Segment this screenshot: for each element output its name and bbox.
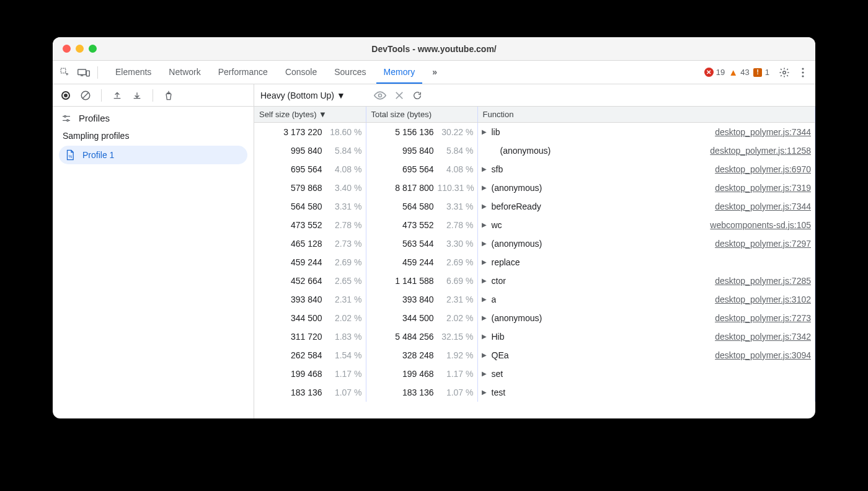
function-name: a [492,294,497,304]
expand-icon[interactable]: ▶ [482,240,488,247]
source-link[interactable]: desktop_polymer.js:11258 [710,146,811,156]
tab-console[interactable]: Console [278,61,324,84]
inspect-element-icon[interactable] [58,65,73,80]
tune-icon [61,113,71,123]
expand-icon[interactable]: ▶ [482,370,488,377]
table-row[interactable]: 452 6642.65 %1 141 5886.69 %▶ctordesktop… [254,272,815,290]
expand-icon[interactable]: ▶ [482,184,488,191]
close-window-button[interactable] [63,45,71,53]
chevron-down-icon: ▼ [337,91,345,100]
traffic-lights [53,45,97,53]
source-link[interactable]: desktop_polymer.js:7297 [715,239,811,249]
expand-icon[interactable]: ▶ [482,259,488,265]
devtools-window: DevTools - www.youtube.com/ Elements Net… [53,37,815,418]
table-row[interactable]: 564 5803.31 %564 5803.31 %▶beforeReadyde… [254,197,815,216]
column-function[interactable]: Function [477,107,815,123]
tab-elements[interactable]: Elements [108,61,159,84]
expand-icon[interactable]: ▶ [482,166,488,172]
errors-indicator[interactable]: ✕ 19 [704,68,725,77]
svg-text:%: % [68,154,72,159]
source-link[interactable]: webcomponents-sd.js:105 [710,220,811,230]
tab-performance[interactable]: Performance [211,61,275,84]
svg-point-15 [378,94,381,97]
settings-icon[interactable] [777,65,792,80]
expand-icon[interactable]: ▶ [482,277,488,284]
warnings-indicator[interactable]: ▲ 43 [728,68,749,77]
expand-icon[interactable]: ▶ [482,296,488,303]
sidebar-toolbar [53,84,254,107]
source-link[interactable]: desktop_polymer.js:7285 [715,276,811,286]
function-name: (anonymous) [492,313,542,323]
tab-memory[interactable]: Memory [376,61,423,84]
table-row[interactable]: 3 173 22018.60 %5 156 13630.22 %▶libdesk… [254,123,815,141]
tab-sources[interactable]: Sources [327,61,373,84]
close-icon[interactable] [395,91,404,100]
table-row[interactable]: 473 5522.78 %473 5522.78 %▶wcwebcomponen… [254,216,815,234]
table-row[interactable]: 262 5841.54 %328 2481.92 %▶QEadesktop_po… [254,346,815,365]
function-name: (anonymous) [492,146,551,156]
table-row[interactable]: 183 1361.07 %183 1361.07 %▶test [254,383,815,402]
source-link[interactable]: desktop_polymer.js:3102 [715,294,811,304]
source-link[interactable]: desktop_polymer.js:7342 [715,332,811,342]
table-row[interactable]: 695 5644.08 %695 5644.08 %▶sfbdesktop_po… [254,160,815,179]
profile-grid[interactable]: Self size (bytes) ▼ Total size (bytes) F… [254,107,815,418]
info-indicator[interactable]: ! 1 [753,68,769,77]
load-profile-icon[interactable] [110,89,124,102]
expand-icon[interactable]: ▶ [482,333,488,340]
function-name: beforeReady [492,201,541,211]
table-row[interactable]: 311 7201.83 %5 484 25632.15 %▶Hibdesktop… [254,327,815,346]
expand-icon[interactable]: ▶ [482,203,488,210]
table-row[interactable]: 579 8683.40 %8 817 800110.31 %▶(anonymou… [254,179,815,197]
svg-point-7 [802,75,804,77]
refresh-icon[interactable] [412,91,422,100]
table-row[interactable]: 465 1282.73 %563 5443.30 %▶(anonymous)de… [254,234,815,253]
save-profile-icon[interactable] [130,89,144,102]
source-link[interactable]: desktop_polymer.js:7319 [715,183,811,193]
device-toolbar-icon[interactable] [76,65,91,80]
function-name: ctor [492,276,506,286]
file-icon: % [65,149,75,161]
sidebar: Profiles Sampling profiles % Profile 1 [53,84,254,418]
source-link[interactable]: desktop_polymer.js:7273 [715,313,811,323]
view-mode-dropdown[interactable]: Heavy (Bottom Up) ▼ [260,91,345,100]
info-count: 1 [765,68,769,77]
gc-button-icon[interactable] [162,89,175,102]
main-toolbar: Elements Network Performance Console Sou… [53,61,815,84]
expand-icon[interactable]: ▶ [482,314,488,321]
table-row[interactable]: 995 8405.84 %995 8405.84 %(anonymous)des… [254,141,815,160]
svg-line-9 [83,92,89,98]
tab-network[interactable]: Network [161,61,208,84]
minimize-window-button[interactable] [76,45,84,53]
column-total-size[interactable]: Total size (bytes) [366,107,477,123]
profile-item[interactable]: % Profile 1 [59,146,247,164]
source-link[interactable]: desktop_polymer.js:3094 [715,350,811,360]
table-row[interactable]: 344 5002.02 %344 5002.02 %▶(anonymous)de… [254,309,815,327]
tabs-overflow-icon[interactable]: » [425,61,445,84]
profile-item-label: Profile 1 [82,150,114,160]
table-row[interactable]: 199 4681.17 %199 4681.17 %▶set [254,365,815,383]
expand-icon[interactable]: ▶ [482,352,488,358]
svg-point-5 [802,68,804,69]
maximize-window-button[interactable] [89,45,97,53]
table-row[interactable]: 393 8402.31 %393 8402.31 %▶adesktop_poly… [254,290,815,309]
table-row[interactable]: 459 2442.69 %459 2442.69 %▶replace [254,253,815,272]
sort-descending-icon: ▼ [319,110,327,119]
source-link[interactable]: desktop_polymer.js:7344 [715,127,811,137]
svg-rect-0 [61,68,66,73]
expand-icon[interactable]: ▶ [482,128,488,135]
expand-icon[interactable]: ▶ [482,221,488,228]
svg-point-13 [67,120,69,122]
warnings-count: 43 [740,68,749,77]
column-self-size[interactable]: Self size (bytes) ▼ [254,107,366,123]
source-link[interactable]: desktop_polymer.js:6970 [715,164,811,174]
function-name: replace [492,257,520,267]
function-name: set [492,369,503,379]
content-area: Profiles Sampling profiles % Profile 1 H… [53,84,815,418]
eye-icon[interactable] [374,91,386,100]
clear-button[interactable] [79,89,92,102]
source-link[interactable]: desktop_polymer.js:7344 [715,201,811,211]
kebab-menu-icon[interactable] [795,65,810,80]
function-name: lib [492,127,500,137]
record-button[interactable] [59,89,73,102]
expand-icon[interactable]: ▶ [482,389,488,396]
